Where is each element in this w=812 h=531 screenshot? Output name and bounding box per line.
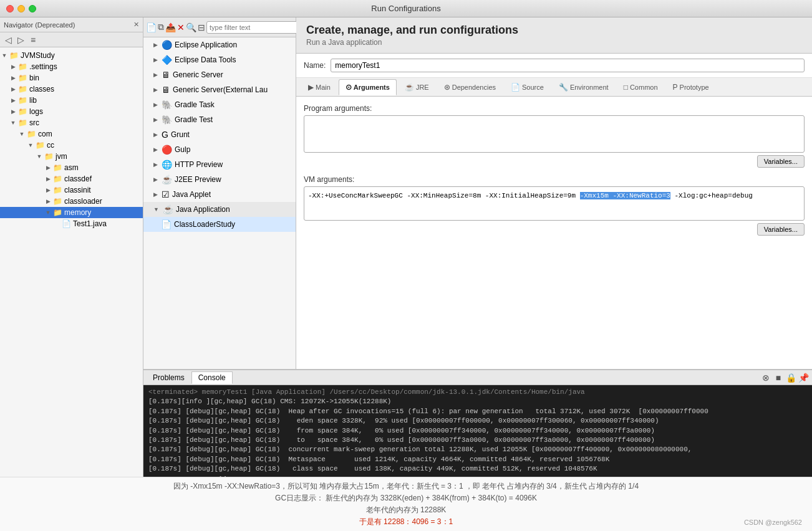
tab-arguments[interactable]: ⊙ Arguments (339, 79, 397, 95)
console-line-1: [0.187s] [debug][gc,heap] GC(18) Heap af… (148, 407, 807, 416)
console-line-0: [0.187s][info ][gc,heap] GC(18) CMS: 120… (148, 397, 807, 406)
config-item-classloader-study[interactable]: 📄 ClassLoaderStudy (143, 217, 296, 232)
tree-item-classloader[interactable]: ▶ 📁 classloader (0, 196, 143, 207)
config-item-gulp[interactable]: ▶ 🔴 Gulp (143, 142, 296, 157)
console-scroll-lock-btn[interactable]: 🔒 (785, 371, 797, 384)
name-input[interactable] (331, 59, 805, 72)
program-args-group: Program arguments: Variables... (304, 104, 805, 168)
export-btn[interactable]: 📤 (165, 21, 176, 34)
tab-environment[interactable]: 🔧 Environment (552, 79, 616, 95)
config-toolbar: 📄 ⧉ 📤 ✕ 🔍 ⊟ (143, 17, 296, 37)
tree-item-jvm[interactable]: ▼ 📁 jvm (0, 151, 143, 162)
vm-args-label: VM arguments: (304, 175, 805, 184)
tree-item-classdef[interactable]: ▶ 📁 classdef (0, 173, 143, 184)
tab-problems[interactable]: Problems (146, 371, 191, 384)
tree-item-jvmstudy[interactable]: ▼ 📁 JVMStudy (0, 50, 143, 61)
env-tab-icon: 🔧 (559, 83, 568, 92)
config-header: Create, manage, and run configurations R… (296, 17, 812, 54)
nav-back-btn[interactable]: ◁ (2, 34, 14, 45)
vm-args-prefix: -XX:+UseConcMarkSweepGC -XX:MinHeapSize=… (308, 192, 580, 199)
config-list: 📄 ⧉ 📤 ✕ 🔍 ⊟ ▶ 🔵 Eclipse Application (143, 17, 296, 369)
nav-forward-btn[interactable]: ▷ (15, 34, 26, 45)
tree-item-logs[interactable]: ▶ 📁 logs (0, 106, 143, 117)
config-filter-input[interactable] (206, 21, 299, 34)
config-item-j2ee[interactable]: ▶ ☕ J2EE Preview (143, 172, 296, 187)
config-item-gradle-test[interactable]: ▶ 🐘 Gradle Test (143, 112, 296, 127)
console-clear-btn[interactable]: ⊗ (760, 371, 772, 384)
tree-item-settings[interactable]: ▶ 📁 .settings (0, 61, 143, 72)
note-line1: 因为 -Xmx15m -XX:NewRatio=3，所以可知 堆内存最大占15m… (10, 481, 802, 492)
program-args-display[interactable] (304, 115, 805, 153)
traffic-lights (6, 5, 36, 12)
note-area: 因为 -Xmx15m -XX:NewRatio=3，所以可知 堆内存最大占15m… (0, 477, 812, 531)
config-item-http[interactable]: ▶ 🌐 HTTP Preview (143, 157, 296, 172)
vm-args-variables-btn[interactable]: Variables... (757, 223, 805, 236)
tree-item-cc[interactable]: ▼ 📁 cc (0, 140, 143, 151)
tree-item-bin[interactable]: ▶ 📁 bin (0, 72, 143, 84)
common-tab-icon: □ (624, 83, 628, 92)
tab-common[interactable]: □ Common (617, 79, 665, 95)
console-pin-btn[interactable]: 📌 (797, 371, 810, 384)
note-line4: 于是有 12288：4096 = 3：1 (10, 517, 802, 527)
console-line-4: [0.187s] [debug][gc,heap] GC(18) to spac… (148, 436, 807, 445)
tab-source[interactable]: 📄 Source (504, 79, 551, 95)
vm-args-suffix: -Xlog:gc+heap=debug (670, 192, 753, 199)
console-stop-btn[interactable]: ■ (772, 371, 785, 384)
filter-btn[interactable]: 🔍 (186, 21, 196, 34)
config-item-gradle-task[interactable]: ▶ 🐘 Gradle Task (143, 97, 296, 112)
program-args-label: Program arguments: (304, 104, 805, 113)
tab-dependencies[interactable]: ⊛ Dependencies (437, 79, 503, 95)
config-top: 📄 ⧉ 📤 ✕ 🔍 ⊟ ▶ 🔵 Eclipse Application (143, 17, 812, 369)
delete-btn[interactable]: ✕ (177, 21, 185, 34)
tree-item-memory[interactable]: ▼ 📁 memory (0, 207, 143, 218)
console-line-7: [0.187s] [debug][gc,heap] GC(18) class s… (148, 464, 807, 474)
minimize-button[interactable] (17, 5, 25, 12)
tab-jre[interactable]: ☕ JRE (398, 79, 436, 95)
tree-item-classes[interactable]: ▶ 📁 classes (0, 84, 143, 95)
console-line-6: [0.187s] [debug][gc,heap] GC(18) Metaspa… (148, 455, 807, 464)
navigator-tree: ▼ 📁 JVMStudy ▶ 📁 .settings ▶ 📁 bin ▶ 📁 (0, 47, 143, 531)
config-item-eclipse-app[interactable]: ▶ 🔵 Eclipse Application (143, 37, 296, 52)
jre-tab-icon: ☕ (405, 83, 414, 92)
vm-args-highlighted: -Xmx15m -XX:NewRatio=3 (580, 192, 670, 199)
new-config-btn[interactable]: 📄 (146, 21, 157, 34)
titlebar: Run Configurations (0, 0, 812, 17)
note-line2: GC日志显示： 新生代的内存为 3328K(eden) + 384K(from)… (10, 493, 802, 504)
tab-main[interactable]: ▶ Main (301, 79, 337, 95)
tree-item-com[interactable]: ▼ 📁 com (0, 128, 143, 140)
main-tab-icon: ▶ (308, 83, 314, 92)
navigator-close-icon[interactable]: ✕ (133, 21, 139, 29)
proto-tab-icon: P (673, 83, 678, 92)
tree-item-classinit[interactable]: ▶ 📁 classinit (0, 184, 143, 196)
config-item-generic-server[interactable]: ▶ 🖥 Generic Server (143, 67, 296, 82)
config-item-java-applet[interactable]: ▶ ☑ Java Applet (143, 187, 296, 202)
program-args-variables-btn[interactable]: Variables... (757, 155, 805, 168)
config-item-grunt[interactable]: ▶ G Grunt (143, 127, 296, 142)
bottom-tabs: Problems Console ⊗ ■ 🔒 📌 (143, 370, 812, 385)
note-line3: 老年代的内存为 12288K (10, 505, 802, 515)
navigator-title: Navigator (Deprecated) (4, 21, 75, 29)
config-item-generic-server-ext[interactable]: ▶ 🖥 Generic Server(External Lau (143, 82, 296, 97)
config-main: Create, manage, and run configurations R… (296, 17, 812, 369)
config-header-title: Create, manage, and run configurations (306, 24, 802, 37)
vm-args-display[interactable]: -XX:+UseConcMarkSweepGC -XX:MinHeapSize=… (304, 186, 805, 221)
tree-item-src[interactable]: ▼ 📁 src (0, 117, 143, 128)
nav-toolbar: ◁ ▷ ≡ (0, 32, 143, 47)
maximize-button[interactable] (29, 5, 36, 12)
source-tab-icon: 📄 (511, 83, 520, 92)
collapse-btn[interactable]: ⊟ (198, 21, 205, 34)
tab-prototype[interactable]: P Prototype (666, 79, 716, 95)
duplicate-btn[interactable]: ⧉ (158, 21, 164, 34)
config-item-java-app[interactable]: ▼ ☕ Java Application (143, 202, 296, 217)
tab-console[interactable]: Console (191, 371, 233, 384)
navigator-panel: Navigator (Deprecated) ✕ ◁ ▷ ≡ ▼ 📁 JVMSt… (0, 17, 143, 531)
tree-item-asm[interactable]: ▶ 📁 asm (0, 162, 143, 173)
csdn-watermark: CSDN @zengk562 (744, 519, 802, 526)
args-tab-icon: ⊙ (346, 83, 352, 92)
nav-collapse-btn[interactable]: ≡ (27, 34, 39, 45)
tree-item-lib[interactable]: ▶ 📁 lib (0, 95, 143, 106)
close-button[interactable] (6, 5, 14, 12)
config-item-eclipse-data[interactable]: ▶ 🔷 Eclipse Data Tools (143, 52, 296, 67)
tree-item-test1[interactable]: 📄 Test1.java (0, 218, 143, 229)
console-line-3: [0.187s] [debug][gc,heap] GC(18) from sp… (148, 426, 807, 436)
